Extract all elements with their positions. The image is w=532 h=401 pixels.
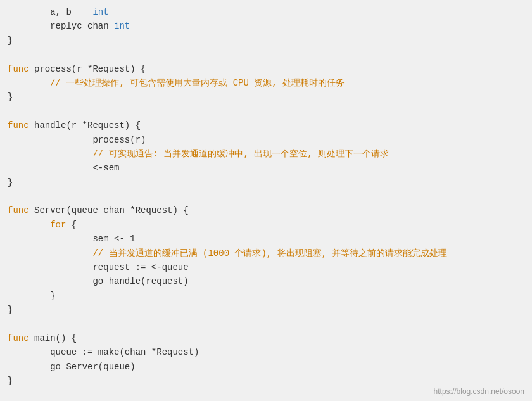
code-line: for { (8, 218, 524, 232)
code-line: func process(r *Request) { (8, 62, 524, 76)
code-line: func main() { (8, 331, 524, 345)
code-line: } (8, 34, 524, 48)
code-line: queue := make(chan *Request) (8, 345, 524, 359)
code-line: } (8, 175, 524, 189)
code-line: } (8, 303, 524, 317)
code-line: } (8, 90, 524, 104)
code-line (8, 317, 524, 331)
code-line: func handle(r *Request) { (8, 118, 524, 132)
code-line: go Server(queue) (8, 360, 524, 374)
code-line: func Server(queue chan *Request) { (8, 203, 524, 217)
watermark: https://blog.csdn.net/osoon (434, 387, 524, 396)
code-line: sem <- 1 (8, 232, 524, 246)
code-line: // 可实现通告: 当并发通道的缓冲中, 出现一个空位, 则处理下一个请求 (8, 147, 524, 161)
code-block: a, b int replyc chan int} func process(r… (8, 5, 524, 388)
code-line: replyc chan int (8, 19, 524, 33)
code-line: // 一些处理操作, 可包含需使用大量内存或 CPU 资源, 处理耗时的任务 (8, 76, 524, 90)
code-container: a, b int replyc chan int} func process(r… (0, 0, 532, 401)
code-line: } (8, 289, 524, 303)
code-line: request := <-queue (8, 260, 524, 274)
code-line (8, 189, 524, 203)
code-line (8, 48, 524, 61)
code-line (8, 105, 524, 118)
code-line: } (8, 374, 524, 388)
code-line: go handle(request) (8, 274, 524, 288)
code-line: process(r) (8, 133, 524, 147)
code-line: a, b int (8, 5, 524, 19)
code-line: // 当并发通道的缓冲已满 (1000 个请求), 将出现阻塞, 并等待之前的请… (8, 246, 524, 260)
code-line: <-sem (8, 161, 524, 175)
